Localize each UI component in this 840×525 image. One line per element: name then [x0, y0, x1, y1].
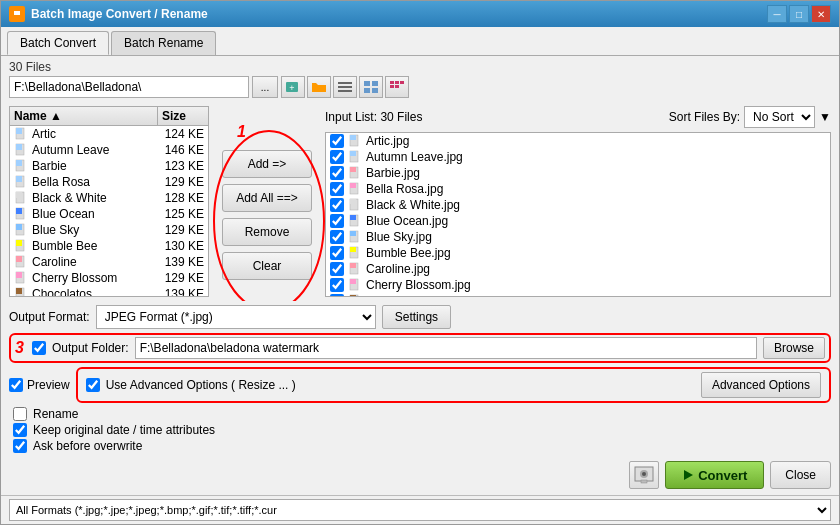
format-label: Output Format:: [9, 310, 90, 324]
tab-batch-rename[interactable]: Batch Rename: [111, 31, 216, 55]
keep-date-label: Keep original date / time attributes: [33, 423, 215, 437]
tab-batch-convert[interactable]: Batch Convert: [7, 31, 109, 55]
list-item[interactable]: Bella Rosa 129 KE: [10, 174, 208, 190]
input-list-item[interactable]: Artic.jpg: [326, 133, 830, 149]
settings-button[interactable]: Settings: [382, 305, 451, 329]
list-item[interactable]: Caroline 139 KE: [10, 254, 208, 270]
app-icon: [9, 6, 25, 22]
list-item[interactable]: Cherry Blossom 129 KE: [10, 270, 208, 286]
input-list-item[interactable]: Barbie.jpg: [326, 165, 830, 181]
svg-rect-33: [16, 256, 22, 262]
add-files-icon[interactable]: +: [281, 76, 305, 98]
svg-rect-7: [364, 81, 370, 86]
preview-image-button[interactable]: [629, 461, 659, 489]
input-file-checkbox[interactable]: [330, 182, 344, 196]
svg-rect-29: [16, 224, 22, 230]
list-item[interactable]: Blue Sky 129 KE: [10, 222, 208, 238]
svg-rect-37: [16, 288, 22, 294]
list-item[interactable]: Autumn Leave 146 KE: [10, 142, 208, 158]
path-input[interactable]: [9, 76, 249, 98]
bottom-filter-select[interactable]: All Formats (*.jpg;*.jpe;*.jpeg;*.bmp;*.…: [9, 499, 831, 521]
input-list-item[interactable]: Blue Sky.jpg: [326, 229, 830, 245]
list-item[interactable]: Artic 124 KE: [10, 126, 208, 142]
input-list-item[interactable]: Cherry Blossom.jpg: [326, 277, 830, 293]
view-list-icon[interactable]: [359, 76, 383, 98]
input-file-checkbox[interactable]: [330, 150, 344, 164]
use-advanced-checkbox[interactable]: [86, 378, 100, 392]
output-folder-row: 3 Output Folder: Browse: [9, 333, 831, 363]
view-grid-icon[interactable]: [385, 76, 409, 98]
input-list-item[interactable]: Black & White.jpg: [326, 197, 830, 213]
svg-rect-15: [395, 85, 399, 88]
advanced-use-area: Use Advanced Options ( Resize ... ) Adva…: [76, 367, 831, 403]
input-list-area: Input List: 30 Files Sort Files By: No S…: [325, 106, 831, 297]
add-all-button[interactable]: Add All ==>: [222, 184, 312, 212]
input-list-item[interactable]: Autumn Leave.jpg: [326, 149, 830, 165]
title-bar: Batch Image Convert / Rename ─ □ ✕: [1, 1, 839, 27]
svg-rect-82: [641, 480, 647, 483]
list-item[interactable]: Barbie 123 KE: [10, 158, 208, 174]
input-file-checkbox[interactable]: [330, 278, 344, 292]
output-folder-checkbox[interactable]: [32, 341, 46, 355]
content-area: 30 Files ... +: [1, 56, 839, 524]
svg-marker-83: [684, 470, 693, 480]
output-folder-path[interactable]: [135, 337, 757, 359]
input-file-list[interactable]: Artic.jpg Autumn Leave.jpg Barbie.jpg: [325, 132, 831, 297]
svg-rect-11: [390, 81, 394, 84]
remove-button[interactable]: Remove: [222, 218, 312, 246]
input-file-checkbox[interactable]: [330, 134, 344, 148]
format-select[interactable]: JPEG Format (*.jpg) PNG Format (*.png) B…: [96, 305, 376, 329]
ask-overwrite-checkbox[interactable]: [13, 439, 27, 453]
close-dialog-button[interactable]: Close: [770, 461, 831, 489]
minimize-button[interactable]: ─: [767, 5, 787, 23]
input-list-header: Input List: 30 Files Sort Files By: No S…: [325, 106, 831, 128]
svg-rect-25: [16, 192, 22, 198]
preview-checkbox[interactable]: [9, 378, 23, 392]
input-file-checkbox[interactable]: [330, 262, 344, 276]
rename-label: Rename: [33, 407, 78, 421]
svg-rect-62: [350, 183, 356, 188]
add-folder-icon[interactable]: [307, 76, 331, 98]
input-list-item[interactable]: Blue Ocean.jpg: [326, 213, 830, 229]
input-file-checkbox[interactable]: [330, 166, 344, 180]
svg-rect-6: [338, 90, 352, 92]
browse-path-button[interactable]: ...: [252, 76, 278, 98]
sort-select[interactable]: No Sort Name Size Date: [744, 106, 815, 128]
input-list-item[interactable]: Chocolatos.jpg: [326, 293, 830, 297]
input-file-checkbox[interactable]: [330, 214, 344, 228]
convert-button[interactable]: Convert: [665, 461, 764, 489]
preview-area: Preview: [9, 378, 70, 392]
keep-date-checkbox[interactable]: [13, 423, 27, 437]
svg-text:+: +: [289, 83, 294, 93]
path-bar: ... +: [9, 76, 831, 98]
list-item[interactable]: Blue Ocean 125 KE: [10, 206, 208, 222]
clear-button[interactable]: Clear: [222, 252, 312, 280]
browse-output-button[interactable]: Browse: [763, 337, 825, 359]
rename-checkbox[interactable]: [13, 407, 27, 421]
list-item[interactable]: Black & White 128 KE: [10, 190, 208, 206]
svg-rect-66: [350, 215, 356, 220]
name-column-header[interactable]: Name ▲: [10, 107, 158, 125]
list-item[interactable]: Chocolatos 139 KE: [10, 286, 208, 296]
svg-rect-14: [390, 85, 394, 88]
ask-overwrite-option: Ask before overwrite: [13, 439, 827, 453]
input-file-checkbox[interactable]: [330, 294, 344, 297]
ask-overwrite-label: Ask before overwrite: [33, 439, 142, 453]
list-item[interactable]: Bumble Bee 130 KE: [10, 238, 208, 254]
input-file-checkbox[interactable]: [330, 230, 344, 244]
maximize-button[interactable]: □: [789, 5, 809, 23]
input-file-checkbox[interactable]: [330, 246, 344, 260]
input-list-item[interactable]: Bella Rosa.jpg: [326, 181, 830, 197]
svg-rect-8: [372, 81, 378, 86]
input-list-item[interactable]: Caroline.jpg: [326, 261, 830, 277]
close-window-button[interactable]: ✕: [811, 5, 831, 23]
use-advanced-label: Use Advanced Options ( Resize ... ): [106, 378, 695, 392]
input-list-item[interactable]: Bumble Bee.jpg: [326, 245, 830, 261]
svg-point-81: [642, 472, 646, 476]
view-details-icon[interactable]: [333, 76, 357, 98]
add-button[interactable]: Add =>: [222, 150, 312, 178]
size-column-header[interactable]: Size: [158, 107, 208, 125]
file-list-body[interactable]: Artic 124 KE Autumn Leave 146 KE Barbie …: [10, 126, 208, 296]
advanced-options-button[interactable]: Advanced Options: [701, 372, 821, 398]
input-file-checkbox[interactable]: [330, 198, 344, 212]
